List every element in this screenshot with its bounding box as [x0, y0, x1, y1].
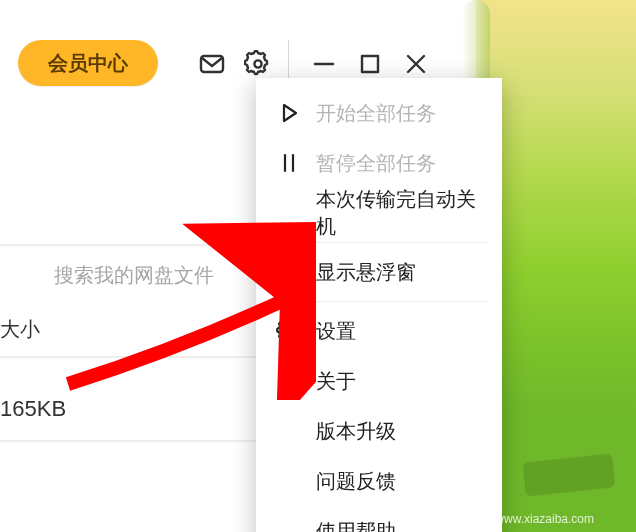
file-size-value: 165KB — [0, 396, 66, 422]
menu-label: 问题反馈 — [316, 468, 396, 495]
play-icon — [276, 100, 302, 126]
watermark: www.xiazaiba.com — [495, 512, 594, 526]
blank-icon — [276, 259, 302, 285]
menu-upgrade[interactable]: 版本升级 — [256, 406, 502, 456]
menu-pause-all: 暂停全部任务 — [256, 138, 502, 188]
menu-label: 设置 — [316, 318, 356, 345]
mail-icon[interactable] — [198, 50, 226, 78]
menu-help[interactable]: 使用帮助 — [256, 506, 502, 532]
blank-icon — [276, 418, 302, 444]
menu-label: 关于 — [316, 368, 356, 395]
settings-menu: 开始全部任务 暂停全部任务 本次传输完自动关机 显示悬浮窗 设置 关于 — [256, 78, 502, 532]
search-input[interactable] — [0, 258, 284, 293]
menu-label: 本次传输完自动关机 — [316, 186, 484, 240]
menu-feedback[interactable]: 问题反馈 — [256, 456, 502, 506]
menu-label: 开始全部任务 — [316, 100, 436, 127]
menu-separator — [270, 301, 488, 302]
settings-icon[interactable] — [244, 50, 272, 78]
menu-start-all: 开始全部任务 — [256, 88, 502, 138]
menu-settings[interactable]: 设置 — [256, 306, 502, 356]
menu-label: 使用帮助 — [316, 518, 396, 533]
blank-icon — [276, 468, 302, 494]
pause-icon — [276, 150, 302, 176]
menu-label: 版本升级 — [316, 418, 396, 445]
svg-point-8 — [286, 328, 293, 335]
svg-rect-3 — [362, 56, 378, 72]
vip-center-button[interactable]: 会员中心 — [18, 40, 158, 86]
svg-point-1 — [254, 60, 261, 67]
vip-center-label: 会员中心 — [48, 50, 128, 77]
blank-icon — [276, 518, 302, 532]
menu-separator — [270, 242, 488, 243]
menu-label: 暂停全部任务 — [316, 150, 436, 177]
menu-auto-shutdown[interactable]: 本次传输完自动关机 — [256, 188, 502, 238]
blank-icon — [276, 200, 302, 226]
minimize-icon[interactable] — [310, 50, 338, 78]
menu-about[interactable]: 关于 — [256, 356, 502, 406]
menu-label: 显示悬浮窗 — [316, 259, 416, 286]
blank-icon — [276, 368, 302, 394]
column-header-size: 大小 — [0, 316, 40, 343]
gear-icon — [276, 318, 302, 344]
search-row — [0, 244, 250, 293]
maximize-icon[interactable] — [356, 50, 384, 78]
menu-float-window[interactable]: 显示悬浮窗 — [256, 247, 502, 297]
close-icon[interactable] — [402, 50, 430, 78]
